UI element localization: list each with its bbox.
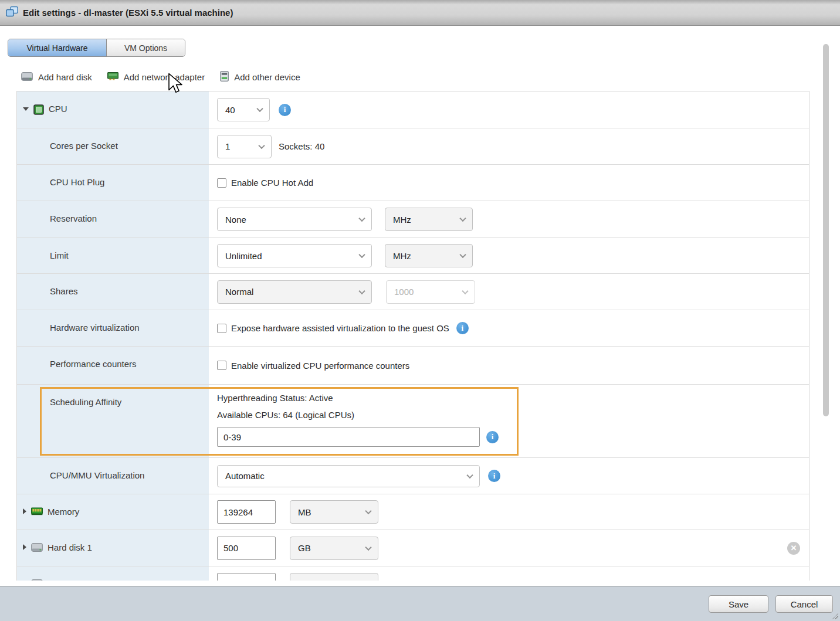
chevron-down-icon (358, 252, 365, 258)
remove-icon[interactable] (787, 542, 800, 555)
hard-disk-icon (21, 72, 33, 83)
edit-settings-dialog: Edit settings - dl-master (ESXi 5.5 virt… (0, 0, 840, 621)
tab-virtual-hardware[interactable]: Virtual Hardware (8, 39, 107, 56)
chevron-down-icon (466, 471, 473, 478)
row-label: CPU/MMU Virtualization (50, 470, 144, 494)
table-row: Shares Normal 1000 (17, 274, 809, 310)
table-row: Performance counters Enable virtualized … (17, 347, 809, 385)
shares-select[interactable]: Normal (217, 280, 372, 304)
chevron-down-icon (358, 287, 365, 294)
tab-vm-options[interactable]: VM Options (107, 39, 185, 56)
dialog-footer: Save Cancel (0, 586, 840, 621)
table-row: Hard disk 1 GB (17, 530, 809, 566)
limit-unit-select[interactable]: MHz (385, 244, 473, 267)
add-hard-disk-button[interactable]: Add hard disk (21, 72, 92, 83)
chevron-down-icon (459, 252, 466, 258)
chevron-down-icon (365, 580, 371, 581)
collapse-arrow-icon[interactable] (23, 107, 29, 111)
chevron-down-icon (365, 544, 371, 550)
row-label: Reservation (50, 213, 97, 237)
row-label: Hard disk 2 (48, 579, 92, 581)
sockets-text: Sockets: 40 (279, 141, 324, 151)
table-row: Memory MB (17, 494, 809, 530)
performance-counters-checkbox[interactable] (217, 361, 226, 370)
table-row: Hard disk 2 (17, 566, 809, 581)
chevron-down-icon (462, 287, 468, 294)
info-icon[interactable] (279, 104, 291, 116)
virtual-hardware-table: CPU 40 Cores per Socket 1 Sockets: 40 (16, 91, 809, 581)
table-row-scheduling-affinity: Scheduling Affinity Hyperthreading Statu… (17, 385, 809, 458)
table-row: CPU Hot Plug Enable CPU Hot Add (17, 165, 809, 201)
add-other-device-label: Add other device (234, 72, 300, 82)
save-button[interactable]: Save (709, 595, 768, 613)
vm-icon (5, 6, 19, 20)
disk1-unit-select[interactable]: GB (290, 537, 378, 560)
resize-grip[interactable] (831, 612, 838, 619)
hyperthreading-status-text: Hyperthreading Status: Active (217, 393, 499, 403)
network-adapter-icon (107, 72, 118, 82)
memory-unit-select[interactable]: MB (290, 500, 378, 524)
row-label: Cores per Socket (50, 141, 118, 164)
memory-icon (31, 507, 43, 530)
row-label: Shares (50, 286, 78, 310)
expand-arrow-icon[interactable] (23, 544, 26, 550)
available-cpus-text: Available CPUs: 64 (Logical CPUs) (217, 410, 499, 420)
hardware-virtualization-checkbox[interactable] (217, 324, 226, 333)
cpu-count-select[interactable]: 40 (217, 98, 270, 121)
cores-per-socket-select[interactable]: 1 (217, 135, 272, 158)
chevron-down-icon (358, 215, 365, 222)
table-row: Reservation None MHz (17, 201, 809, 238)
cpu-mmu-virtualization-select[interactable]: Automatic (217, 465, 480, 487)
row-label: CPU (49, 104, 67, 128)
row-label: Limit (50, 250, 69, 273)
row-label: Hard disk 1 (48, 542, 92, 566)
cpu-hot-add-checkbox[interactable] (217, 178, 226, 188)
table-row: CPU/MMU Virtualization Automatic (17, 458, 809, 494)
memory-size-input[interactable] (217, 500, 276, 524)
table-row: Cores per Socket 1 Sockets: 40 (17, 128, 809, 165)
dialog-title: Edit settings - dl-master (ESXi 5.5 virt… (23, 8, 233, 18)
row-label: Memory (48, 507, 79, 530)
reservation-select[interactable]: None (217, 208, 372, 231)
chevron-down-icon (256, 106, 263, 112)
tab-bar: Virtual Hardware VM Options (8, 39, 185, 57)
table-row: Limit Unlimited MHz (17, 238, 809, 274)
checkbox-label: Expose hardware assisted virtualization … (231, 323, 449, 333)
limit-select[interactable]: Unlimited (217, 244, 372, 267)
hard-disk-icon (31, 579, 43, 581)
disk1-size-input[interactable] (217, 537, 276, 560)
dialog-titlebar: Edit settings - dl-master (ESXi 5.5 virt… (0, 0, 840, 26)
chevron-down-icon (459, 215, 466, 222)
reservation-unit-select[interactable]: MHz (385, 208, 473, 231)
vertical-scrollbar[interactable] (823, 44, 829, 416)
chevron-down-icon (258, 142, 265, 148)
row-label: Scheduling Affinity (50, 397, 121, 457)
expand-arrow-icon[interactable] (23, 508, 26, 514)
row-label: Performance counters (50, 359, 137, 384)
add-device-toolbar: Add hard disk Add network adapter (21, 71, 300, 83)
add-network-adapter-button[interactable]: Add network adapter (107, 72, 205, 82)
table-row: CPU 40 (17, 91, 809, 128)
add-network-adapter-label: Add network adapter (124, 72, 205, 82)
add-hard-disk-label: Add hard disk (38, 72, 92, 82)
table-row: Hardware virtualization Expose hardware … (17, 310, 809, 347)
row-label: CPU Hot Plug (50, 177, 104, 201)
scheduling-affinity-input[interactable] (217, 427, 480, 447)
cancel-button[interactable]: Cancel (775, 595, 833, 613)
info-icon[interactable] (486, 431, 499, 443)
other-device-icon (220, 71, 229, 83)
cpu-chip-icon (33, 104, 44, 128)
hard-disk-icon (31, 543, 43, 566)
add-other-device-button[interactable]: Add other device (220, 71, 300, 83)
row-label: Hardware virtualization (50, 323, 140, 346)
checkbox-label: Enable virtualized CPU performance count… (231, 361, 409, 371)
info-icon[interactable] (488, 470, 500, 482)
info-icon[interactable] (456, 322, 469, 334)
disk2-unit-select[interactable] (290, 573, 378, 581)
checkbox-label: Enable CPU Hot Add (231, 178, 313, 188)
chevron-down-icon (365, 508, 371, 514)
shares-value-select: 1000 (386, 280, 475, 304)
disk2-size-input[interactable] (217, 573, 276, 581)
